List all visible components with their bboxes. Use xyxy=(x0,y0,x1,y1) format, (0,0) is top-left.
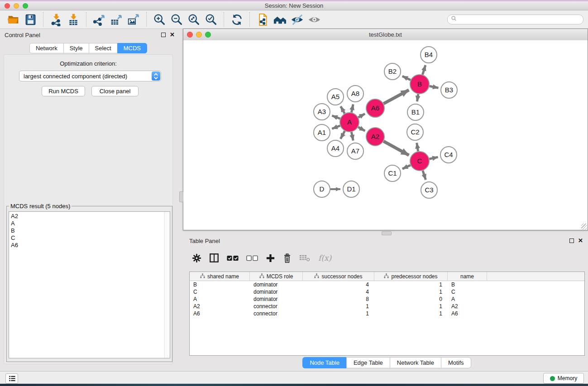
float-table-panel-icon[interactable] xyxy=(569,238,574,243)
result-list-item[interactable]: C xyxy=(9,234,170,242)
tab-mcds[interactable]: MCDS xyxy=(117,43,147,53)
graph-node-D1[interactable]: D1 xyxy=(343,181,359,197)
export-image-icon[interactable] xyxy=(126,12,141,27)
column-layout-icon[interactable] xyxy=(209,253,219,263)
close-table-panel-icon[interactable]: ✕ xyxy=(578,238,583,243)
column-header-shared-name[interactable]: shared name xyxy=(190,272,250,281)
graph-node-C[interactable]: C xyxy=(410,152,429,171)
minimize-network-window-button[interactable] xyxy=(196,32,202,38)
result-list-scrollbar[interactable] xyxy=(164,212,170,358)
graph-edge-A-A3[interactable] xyxy=(332,115,340,119)
settings-gear-icon[interactable] xyxy=(192,253,201,263)
graph-edge-C-C2[interactable] xyxy=(417,143,418,152)
graph-node-A[interactable]: A xyxy=(340,113,359,132)
tab-style[interactable]: Style xyxy=(63,43,89,53)
graph-node-A7[interactable]: A7 xyxy=(347,143,363,159)
network-window-titlebar[interactable]: testGlobe.txt xyxy=(183,29,588,41)
graph-node-B1[interactable]: B1 xyxy=(407,104,424,120)
open-session-file-icon[interactable] xyxy=(255,12,270,27)
graph-node-A1[interactable]: A1 xyxy=(314,124,330,141)
table-row[interactable]: Bdominator41B xyxy=(190,281,584,288)
import-network-icon[interactable] xyxy=(49,12,63,27)
zoom-network-window-button[interactable] xyxy=(205,32,211,38)
node-table[interactable]: shared nameMCDS rolesuccessor nodesprede… xyxy=(189,272,585,356)
close-network-window-button[interactable] xyxy=(187,32,193,38)
graph-node-A3[interactable]: A3 xyxy=(314,104,330,120)
graph-edge-A-A4[interactable] xyxy=(340,131,344,138)
tab-select[interactable]: Select xyxy=(89,43,117,53)
graph-edge-A-A6[interactable] xyxy=(358,114,365,117)
graph-node-C4[interactable]: C4 xyxy=(440,147,457,163)
hide-graphics-details-icon[interactable] xyxy=(290,12,304,27)
graph-node-C1[interactable]: C1 xyxy=(384,165,401,181)
export-table-icon[interactable] xyxy=(109,12,124,27)
zoom-fit-icon[interactable] xyxy=(186,12,201,27)
select-all-rows-icon[interactable] xyxy=(227,255,239,261)
graph-edge-C-C3[interactable] xyxy=(423,171,426,180)
graph-edge-B-B3[interactable] xyxy=(430,86,439,88)
graph-node-A6[interactable]: A6 xyxy=(366,99,384,117)
tab-edge-table[interactable]: Edge Table xyxy=(346,357,390,368)
zoom-selected-icon[interactable] xyxy=(204,12,218,27)
network-canvas[interactable]: B4B2BB3A5A8A6A3B1AA1C2A2A4A7C4CC1DC3D1 xyxy=(183,40,588,230)
graph-node-B4[interactable]: B4 xyxy=(421,47,437,63)
table-row[interactable]: A6connector11A6 xyxy=(190,310,584,317)
graph-node-D[interactable]: D xyxy=(314,181,330,197)
column-header-name[interactable]: name xyxy=(448,272,487,281)
vertical-splitter-handle[interactable] xyxy=(179,191,183,202)
delete-column-icon[interactable] xyxy=(283,253,292,263)
graph-node-B[interactable]: B xyxy=(410,75,429,94)
save-session-icon[interactable] xyxy=(23,12,38,27)
zoom-window-button[interactable] xyxy=(23,3,28,9)
show-graphics-details-icon[interactable] xyxy=(307,12,321,27)
close-panel-icon[interactable]: ✕ xyxy=(170,33,175,37)
graph-edge-A2-C[interactable] xyxy=(383,141,409,155)
graph-node-C2[interactable]: C2 xyxy=(407,124,423,140)
graph-node-C3[interactable]: C3 xyxy=(421,182,437,198)
graph-edge-B-B4[interactable] xyxy=(422,65,425,75)
result-list-item[interactable]: A xyxy=(9,220,170,227)
function-builder-icon[interactable]: f(x) xyxy=(318,253,331,262)
graph-node-A5[interactable]: A5 xyxy=(327,89,344,105)
graph-node-A4[interactable]: A4 xyxy=(327,140,344,157)
tab-node-table[interactable]: Node Table xyxy=(302,357,346,368)
graph-node-A8[interactable]: A8 xyxy=(347,86,363,102)
table-row[interactable]: Cdominator41C xyxy=(190,288,584,295)
table-row[interactable]: Adominator80A xyxy=(190,295,584,303)
graph-edge-B-B2[interactable] xyxy=(402,76,411,80)
search-input[interactable] xyxy=(447,14,583,24)
home-icon[interactable] xyxy=(272,12,287,27)
graph-edge-A-A8[interactable] xyxy=(351,105,353,113)
memory-button[interactable]: Memory xyxy=(543,373,584,384)
add-column-icon[interactable] xyxy=(266,253,275,263)
result-list-item[interactable]: A2 xyxy=(9,213,170,220)
window-resize-grip[interactable] xyxy=(581,224,587,229)
result-list-item[interactable]: A6 xyxy=(9,242,170,249)
float-panel-icon[interactable] xyxy=(161,33,166,37)
minimize-window-button[interactable] xyxy=(14,3,19,9)
graph-edge-A-A7[interactable] xyxy=(351,132,353,141)
column-header-MCDS-role[interactable]: MCDS role xyxy=(250,272,303,281)
zoom-out-icon[interactable] xyxy=(169,12,184,27)
run-mcds-button[interactable]: Run MCDS xyxy=(42,86,85,96)
table-row[interactable]: A2connector11A2 xyxy=(190,303,584,310)
mcds-result-list[interactable]: A2ABCA6 xyxy=(9,211,170,358)
close-panel-button[interactable]: Close panel xyxy=(91,86,139,96)
graph-node-B2[interactable]: B2 xyxy=(384,63,401,80)
zoom-in-icon[interactable] xyxy=(152,12,167,27)
column-header-successor-nodes[interactable]: successor nodes xyxy=(303,272,374,281)
horizontal-splitter-handle[interactable] xyxy=(382,231,392,235)
graph-edge-B-B1[interactable] xyxy=(417,94,418,101)
open-session-icon[interactable] xyxy=(6,12,20,27)
deselect-all-rows-icon[interactable] xyxy=(246,255,258,261)
graph-edge-A-A5[interactable] xyxy=(341,106,345,114)
import-table-icon[interactable] xyxy=(66,12,81,27)
delete-table-icon[interactable] xyxy=(299,253,311,262)
criterion-select[interactable]: largest connected component (directed) xyxy=(19,71,161,81)
graph-edge-A-A2[interactable] xyxy=(358,127,365,131)
result-list-item[interactable]: B xyxy=(9,227,170,234)
tab-motifs[interactable]: Motifs xyxy=(441,357,471,368)
graph-edge-A6-B[interactable] xyxy=(383,90,409,104)
refresh-icon[interactable] xyxy=(229,12,244,27)
graph-node-A2[interactable]: A2 xyxy=(366,128,384,146)
